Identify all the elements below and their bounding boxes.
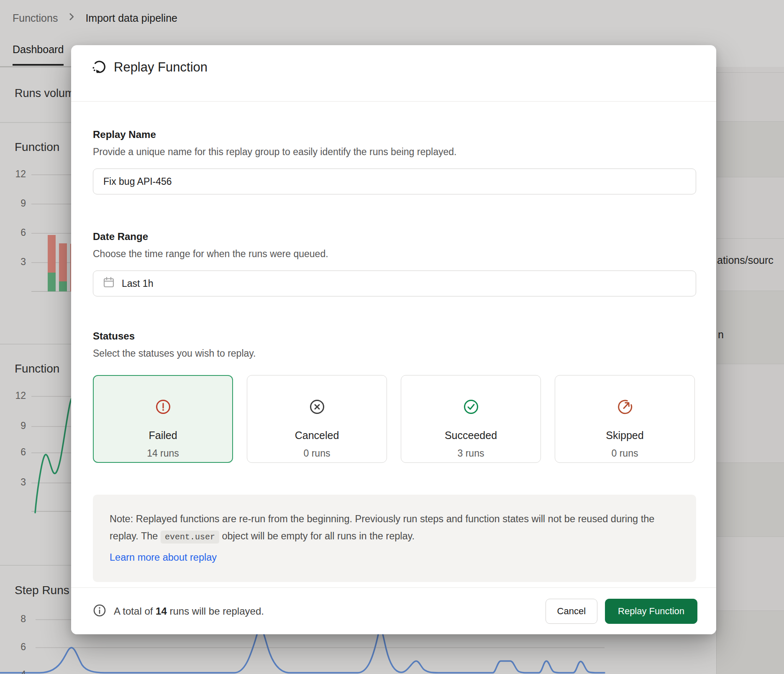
cancel-button[interactable]: Cancel [546,599,597,624]
statuses-description: Select the statuses you wish to replay. [93,347,696,360]
status-card-label: Skipped [606,429,643,442]
replay-icon [91,59,107,76]
replay-name-input[interactable] [93,168,696,194]
skip-arrow-icon [615,397,635,418]
alert-circle-icon [154,397,173,418]
replay-function-button[interactable]: Replay Function [605,599,697,624]
replay-note-box: Note: Replayed functions are re-run from… [93,495,696,582]
app-screen: Functions Import data pipeline Dashboard… [0,0,784,674]
date-range-picker[interactable]: Last 1h [93,271,696,296]
date-range-value: Last 1h [122,278,153,289]
replay-name-label: Replay Name [93,128,696,141]
status-card-runs: 14 runs [147,447,179,459]
status-card-canceled[interactable]: Canceled 0 runs [247,375,387,463]
date-range-group: Date Range Choose the time range for whe… [93,230,696,296]
note-inline-code: event.user [161,531,219,544]
dialog-footer: A total of 14 runs will be replayed. Can… [71,587,716,634]
info-icon [93,604,106,619]
status-card-label: Canceled [295,429,339,442]
note-text-after: object will be empty for all runs in the… [219,531,415,541]
status-card-label: Failed [149,429,177,442]
date-range-label: Date Range [93,230,696,243]
learn-more-link[interactable]: Learn more about replay [110,549,217,566]
calendar-icon [102,276,115,291]
status-card-failed[interactable]: Failed 14 runs [93,375,233,463]
replay-function-dialog: Replay Function Replay Name Provide a un… [71,45,716,634]
statuses-label: Statuses [93,330,696,342]
replay-name-group: Replay Name Provide a unique name for th… [93,128,696,194]
dialog-header: Replay Function [71,45,716,102]
dialog-title: Replay Function [114,58,208,77]
check-circle-icon [461,397,481,418]
replay-count: 14 [156,605,167,617]
statuses-group: Statuses Select the statuses you wish to… [93,330,696,463]
status-card-succeeded[interactable]: Succeeded 3 runs [401,375,541,463]
dialog-body: Replay Name Provide a unique name for th… [71,102,716,582]
replay-total-summary: A total of 14 runs will be replayed. [114,605,264,617]
status-card-runs: 0 runs [304,447,331,459]
status-card-runs: 0 runs [612,447,638,459]
x-circle-icon [307,397,327,418]
status-card-skipped[interactable]: Skipped 0 runs [555,375,695,463]
status-card-label: Succeeded [445,429,497,442]
status-card-runs: 3 runs [458,447,484,459]
status-cards: Failed 14 runs Canceled 0 runs [93,375,696,463]
replay-name-description: Provide a unique name for this replay gr… [93,145,696,158]
date-range-description: Choose the time range for when the runs … [93,247,696,260]
